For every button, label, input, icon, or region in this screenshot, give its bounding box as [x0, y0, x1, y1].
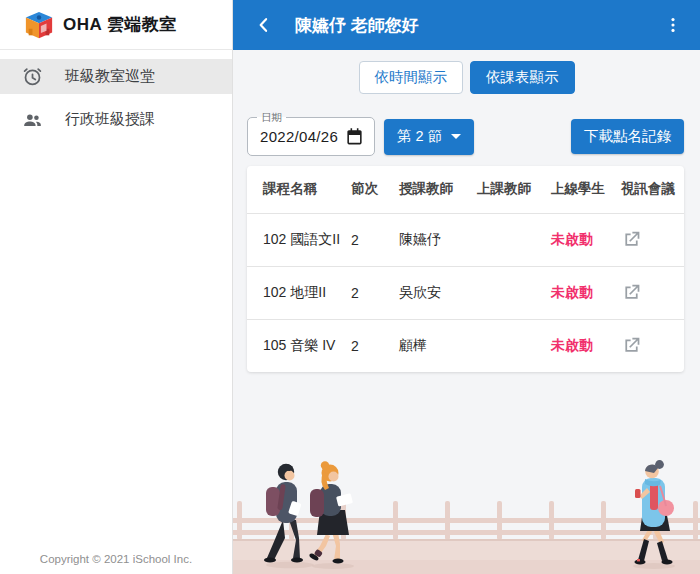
main-content: 陳嬿伃 老師您好 依時間顯示 依課表顯示 日期 2022/04/26 第 2 節…	[233, 0, 700, 574]
view-by-time-button[interactable]: 依時間顯示	[359, 61, 464, 94]
sidebar-item-label: 行政班級授課	[65, 110, 155, 129]
course-table-card: 課程名稱 節次 授課教師 上課教師 上線學生 視訊會議 102 國語文II 2 …	[247, 166, 684, 372]
col-header-meeting: 視訊會議	[621, 166, 684, 213]
open-in-new-icon[interactable]	[621, 229, 642, 250]
app-title: OHA 雲端教室	[63, 13, 177, 36]
period: 2	[351, 319, 399, 372]
open-in-new-icon[interactable]	[621, 282, 642, 303]
period: 2	[351, 213, 399, 266]
oha-cube-logo-icon	[24, 10, 54, 40]
date-field-label: 日期	[257, 111, 286, 123]
table-row: 102 地理II 2 吳欣安 未啟動	[247, 266, 684, 319]
meeting-link-cell	[621, 213, 684, 266]
view-toggle-group: 依時間顯示 依課表顯示	[233, 61, 700, 94]
class-teacher	[477, 266, 551, 319]
people-icon	[22, 109, 43, 130]
kebab-menu-icon	[663, 15, 683, 35]
back-button[interactable]	[251, 12, 277, 38]
sidebar-item-label: 班級教室巡堂	[65, 67, 155, 86]
class-teacher	[477, 319, 551, 372]
table-row: 102 國語文II 2 陳嬿伃 未啟動	[247, 213, 684, 266]
course-table: 課程名稱 節次 授課教師 上課教師 上線學生 視訊會議 102 國語文II 2 …	[247, 166, 684, 372]
instructor: 陳嬿伃	[399, 213, 477, 266]
download-attendance-button[interactable]: 下載點名記錄	[571, 119, 684, 154]
period-value: 第 2 節	[397, 127, 442, 146]
course-name: 102 國語文II	[247, 213, 351, 266]
instructor: 吳欣安	[399, 266, 477, 319]
col-header-period: 節次	[351, 166, 399, 213]
col-header-instructor: 授課教師	[399, 166, 477, 213]
more-menu-button[interactable]	[660, 12, 686, 38]
course-name: 105 音樂 IV	[247, 319, 351, 372]
period: 2	[351, 266, 399, 319]
app-bar: 陳嬿伃 老師您好	[233, 0, 700, 50]
col-header-course: 課程名稱	[247, 166, 351, 213]
online-students-status: 未啟動	[551, 319, 621, 372]
calendar-icon[interactable]	[345, 127, 364, 146]
chevron-down-icon	[451, 134, 461, 139]
class-teacher	[477, 213, 551, 266]
boy-figure	[264, 464, 303, 563]
filter-controls: 日期 2022/04/26 第 2 節 下載點名記錄	[247, 117, 684, 156]
date-value: 2022/04/26	[260, 128, 345, 145]
meeting-link-cell	[621, 319, 684, 372]
app-logo: OHA 雲端教室	[0, 0, 232, 50]
sidebar-item-class-patrol[interactable]: 班級教室巡堂	[0, 59, 232, 94]
meeting-link-cell	[621, 266, 684, 319]
col-header-class-teacher: 上課教師	[477, 166, 551, 213]
sidebar-menu: 班級教室巡堂 行政班級授課	[0, 59, 232, 137]
open-in-new-icon[interactable]	[621, 335, 642, 356]
page-title: 陳嬿伃 老師您好	[295, 14, 642, 37]
period-select-button[interactable]: 第 2 節	[384, 119, 474, 155]
chevron-left-icon	[254, 15, 274, 35]
sidebar-item-admin-class[interactable]: 行政班級授課	[0, 102, 232, 137]
girl-right-figure	[635, 460, 675, 564]
alarm-clock-icon	[22, 66, 43, 87]
girl-figure	[308, 461, 353, 563]
copyright-text: Copyright © 2021 iSchool Inc.	[0, 553, 232, 565]
students-walking-illustration	[233, 434, 700, 574]
view-by-schedule-button[interactable]: 依課表顯示	[470, 61, 575, 94]
table-row: 105 音樂 IV 2 顧樺 未啟動	[247, 319, 684, 372]
table-header-row: 課程名稱 節次 授課教師 上課教師 上線學生 視訊會議	[247, 166, 684, 213]
sidebar: OHA 雲端教室 班級教室巡堂	[0, 0, 233, 574]
date-picker-field[interactable]: 日期 2022/04/26	[247, 117, 375, 156]
online-students-status: 未啟動	[551, 213, 621, 266]
course-name: 102 地理II	[247, 266, 351, 319]
col-header-online-students: 上線學生	[551, 166, 621, 213]
instructor: 顧樺	[399, 319, 477, 372]
online-students-status: 未啟動	[551, 266, 621, 319]
